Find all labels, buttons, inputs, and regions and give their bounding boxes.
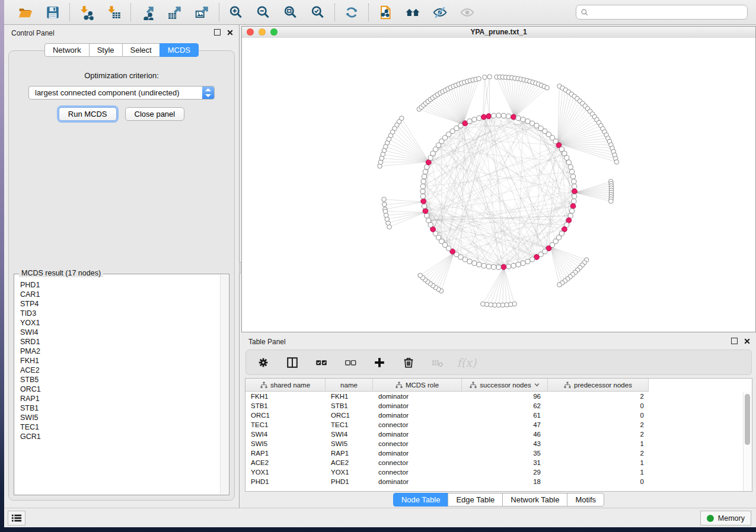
table-row[interactable]: ORC1ORC1dominator610: [245, 411, 744, 420]
add-row-button[interactable]: [372, 355, 387, 370]
float-panel-icon[interactable]: [214, 29, 221, 36]
table-row[interactable]: SWI4SWI4dominator462: [245, 430, 744, 439]
open-file-button[interactable]: [17, 4, 34, 21]
network-node[interactable]: [501, 113, 506, 118]
deselect-all-button[interactable]: [343, 355, 358, 370]
panel-menu-button[interactable]: [8, 511, 25, 525]
network-node[interactable]: [572, 184, 577, 189]
tab-mcds[interactable]: MCDS: [160, 43, 199, 57]
table-row[interactable]: ACE2ACE2connector311: [245, 458, 744, 467]
network-node[interactable]: [426, 218, 431, 223]
network-node[interactable]: [521, 117, 525, 122]
close-panel-button[interactable]: Close panel: [125, 107, 185, 121]
network-node[interactable]: [467, 119, 472, 124]
mcds-result-item[interactable]: CAR1: [20, 290, 220, 299]
network-node[interactable]: [477, 116, 481, 120]
minimize-window-icon[interactable]: [259, 28, 266, 36]
leaf-node[interactable]: [545, 85, 550, 90]
network-node[interactable]: [530, 121, 535, 126]
network-node[interactable]: [572, 194, 577, 198]
network-node[interactable]: [496, 265, 501, 270]
network-node[interactable]: [570, 209, 575, 213]
column-header-shared-name[interactable]: shared name: [245, 379, 326, 392]
leaf-node[interactable]: [382, 197, 387, 202]
search-input[interactable]: [592, 8, 743, 17]
table-row[interactable]: SWI5SWI5connector431: [245, 439, 744, 448]
table-row[interactable]: PHD1PHD1dominator180: [245, 477, 744, 486]
leaf-node[interactable]: [487, 75, 492, 79]
table-scrollbar[interactable]: [743, 392, 752, 491]
network-node[interactable]: [525, 259, 530, 264]
hide-selected-button[interactable]: [431, 4, 449, 21]
network-node[interactable]: [462, 257, 467, 262]
network-node[interactable]: [506, 114, 511, 118]
dominator-node[interactable]: [486, 114, 492, 119]
mcds-result-item[interactable]: YOX1: [20, 318, 220, 328]
network-node[interactable]: [425, 213, 429, 218]
tab-network[interactable]: Network: [44, 43, 90, 57]
close-table-panel-icon[interactable]: [744, 338, 750, 344]
table-row[interactable]: STB1STB1dominator620: [245, 401, 744, 411]
mcds-result-item[interactable]: ACE2: [20, 366, 220, 375]
mcds-result-item[interactable]: GCR1: [20, 432, 220, 441]
network-node[interactable]: [530, 257, 535, 262]
tab-network-table[interactable]: Network Table: [502, 493, 567, 507]
tab-edge-table[interactable]: Edge Table: [448, 493, 503, 507]
network-node[interactable]: [420, 194, 425, 198]
network-node[interactable]: [472, 117, 477, 122]
refresh-button[interactable]: [343, 4, 361, 21]
network-node[interactable]: [492, 113, 496, 118]
leaf-node[interactable]: [418, 273, 423, 278]
run-mcds-button[interactable]: Run MCDS: [59, 107, 117, 121]
network-canvas[interactable]: [242, 38, 755, 332]
leaf-node[interactable]: [609, 199, 614, 204]
network-node[interactable]: [568, 165, 573, 169]
mcds-result-item[interactable]: ORC1: [20, 384, 220, 394]
network-node[interactable]: [566, 160, 571, 165]
column-header-predecessor-nodes[interactable]: predecessor nodes: [548, 379, 649, 392]
dominator-node[interactable]: [511, 114, 516, 120]
leaf-node[interactable]: [483, 75, 487, 80]
table-row[interactable]: RAP1RAP1dominator352: [245, 448, 744, 458]
export-image-button[interactable]: [193, 4, 211, 21]
dominator-node[interactable]: [572, 189, 578, 194]
mcds-result-item[interactable]: SWI4: [20, 328, 220, 337]
network-node[interactable]: [428, 155, 433, 160]
tab-motifs[interactable]: Motifs: [567, 493, 604, 507]
float-table-panel-icon[interactable]: [731, 338, 738, 344]
tab-node-table[interactable]: Node Table: [393, 493, 449, 507]
network-node[interactable]: [564, 155, 569, 160]
network-node[interactable]: [572, 179, 576, 184]
memory-button[interactable]: Memory: [700, 511, 751, 525]
network-node[interactable]: [486, 264, 491, 269]
export-table-button[interactable]: [166, 4, 184, 21]
delete-row-button[interactable]: [401, 355, 416, 370]
dominator-node[interactable]: [570, 204, 576, 209]
network-node[interactable]: [506, 264, 511, 269]
dominator-node[interactable]: [421, 198, 426, 204]
table-scrollbar-thumb[interactable]: [745, 394, 750, 445]
network-node[interactable]: [425, 165, 429, 169]
column-header-successor-nodes[interactable]: successor nodes: [462, 379, 548, 392]
new-network-from-selection-button[interactable]: [377, 4, 394, 21]
network-node[interactable]: [562, 151, 567, 156]
network-node[interactable]: [521, 261, 525, 265]
dominator-node[interactable]: [423, 209, 428, 214]
leaf-node[interactable]: [382, 202, 387, 207]
zoom-in-button[interactable]: [227, 4, 245, 21]
network-node[interactable]: [423, 169, 428, 174]
network-window-titlebar[interactable]: YPA_prune.txt_1: [242, 27, 755, 39]
leaf-node[interactable]: [477, 76, 481, 81]
tab-style[interactable]: Style: [89, 43, 123, 57]
network-node[interactable]: [525, 119, 530, 124]
table-row[interactable]: FKH1FKH1dominator962: [245, 392, 744, 401]
mcds-result-item[interactable]: TEC1: [20, 422, 220, 432]
network-node[interactable]: [572, 199, 576, 204]
mcds-result-item[interactable]: SRD1: [20, 337, 220, 347]
show-column-button[interactable]: [285, 355, 299, 370]
table-row[interactable]: TEC1TEC1connector472: [245, 420, 744, 430]
maximize-window-icon[interactable]: [270, 28, 277, 36]
export-network-button[interactable]: [139, 4, 157, 21]
network-node[interactable]: [481, 263, 486, 268]
network-node[interactable]: [477, 262, 481, 267]
